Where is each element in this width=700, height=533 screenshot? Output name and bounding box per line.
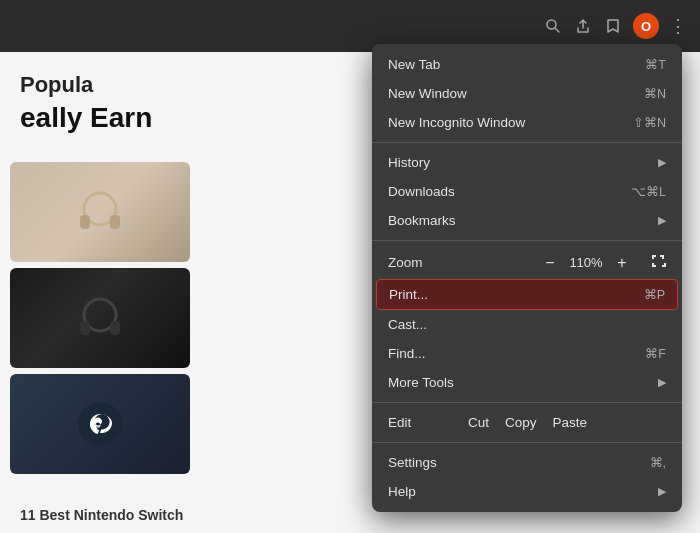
menu-divider <box>372 240 682 241</box>
menu-item-history[interactable]: History ▶ <box>372 148 682 177</box>
menu-item-label-settings: Settings <box>388 455 650 470</box>
menu-item-label-more-tools: More Tools <box>388 375 652 390</box>
menu-item-arrow-more-tools: ▶ <box>658 376 666 389</box>
zoom-label: Zoom <box>388 255 540 270</box>
menu-item-bookmarks[interactable]: Bookmarks ▶ <box>372 206 682 235</box>
menu-item-shortcut-downloads: ⌥⌘L <box>631 184 666 199</box>
menu-item-arrow-bookmarks: ▶ <box>658 214 666 227</box>
share-icon[interactable] <box>573 16 593 36</box>
profile-avatar[interactable]: O <box>633 13 659 39</box>
article-image-middle <box>10 268 190 368</box>
bookmark-icon[interactable] <box>603 16 623 36</box>
menu-item-new-incognito[interactable]: New Incognito Window ⇧⌘N <box>372 108 682 137</box>
menu-item-shortcut-find: ⌘F <box>645 346 666 361</box>
menu-item-shortcut-new-tab: ⌘T <box>645 57 666 72</box>
menu-item-settings[interactable]: Settings ⌘, <box>372 448 682 477</box>
zoom-row: Zoom − 110% + <box>372 246 682 279</box>
menu-item-help[interactable]: Help ▶ <box>372 477 682 506</box>
cut-button[interactable]: Cut <box>468 415 489 430</box>
menu-divider <box>372 442 682 443</box>
menu-item-label-bookmarks: Bookmarks <box>388 213 652 228</box>
menu-item-find[interactable]: Find... ⌘F <box>372 339 682 368</box>
copy-button[interactable]: Copy <box>505 415 537 430</box>
edit-label: Edit <box>388 415 468 430</box>
svg-rect-7 <box>110 321 120 335</box>
zoom-in-button[interactable]: + <box>612 254 632 272</box>
bottom-caption: 11 Best Nintendo Switch <box>20 507 183 523</box>
search-icon[interactable] <box>543 16 563 36</box>
menu-item-cast[interactable]: Cast... <box>372 310 682 339</box>
menu-item-label-new-window: New Window <box>388 86 644 101</box>
menu-item-more-tools[interactable]: More Tools ▶ <box>372 368 682 397</box>
article-image-top <box>10 162 190 262</box>
menu-item-print[interactable]: Print... ⌘P <box>376 279 678 310</box>
paste-button[interactable]: Paste <box>553 415 588 430</box>
menu-item-shortcut-settings: ⌘, <box>650 455 666 470</box>
menu-item-label-find: Find... <box>388 346 645 361</box>
menu-item-label-print: Print... <box>389 287 644 302</box>
menu-item-label-help: Help <box>388 484 652 499</box>
menu-item-shortcut-new-window: ⌘N <box>644 86 666 101</box>
menu-item-shortcut-print: ⌘P <box>644 287 665 302</box>
browser-right-controls: O ⋮ <box>543 13 688 39</box>
menu-item-downloads[interactable]: Downloads ⌥⌘L <box>372 177 682 206</box>
menu-divider <box>372 402 682 403</box>
svg-rect-3 <box>80 215 90 229</box>
context-menu: New Tab ⌘T New Window ⌘N New Incognito W… <box>372 44 682 512</box>
menu-item-new-window[interactable]: New Window ⌘N <box>372 79 682 108</box>
article-image-bottom <box>10 374 190 474</box>
menu-button[interactable]: ⋮ <box>669 15 688 37</box>
menu-item-new-tab[interactable]: New Tab ⌘T <box>372 50 682 79</box>
fullscreen-button[interactable] <box>650 253 666 272</box>
menu-item-label-history: History <box>388 155 652 170</box>
menu-item-label-new-tab: New Tab <box>388 57 645 72</box>
edit-actions: Cut Copy Paste <box>468 415 587 430</box>
menu-item-label-downloads: Downloads <box>388 184 631 199</box>
menu-item-shortcut-new-incognito: ⇧⌘N <box>633 115 666 130</box>
edit-row: Edit Cut Copy Paste <box>372 408 682 437</box>
zoom-value: 110% <box>568 255 604 270</box>
menu-item-arrow-help: ▶ <box>658 485 666 498</box>
svg-rect-4 <box>110 215 120 229</box>
menu-item-label-cast: Cast... <box>388 317 666 332</box>
menu-item-label-new-incognito: New Incognito Window <box>388 115 633 130</box>
svg-rect-6 <box>80 321 90 335</box>
menu-item-arrow-history: ▶ <box>658 156 666 169</box>
zoom-out-button[interactable]: − <box>540 254 560 272</box>
menu-divider <box>372 142 682 143</box>
svg-line-1 <box>555 28 559 32</box>
zoom-controls: − 110% + <box>540 253 666 272</box>
